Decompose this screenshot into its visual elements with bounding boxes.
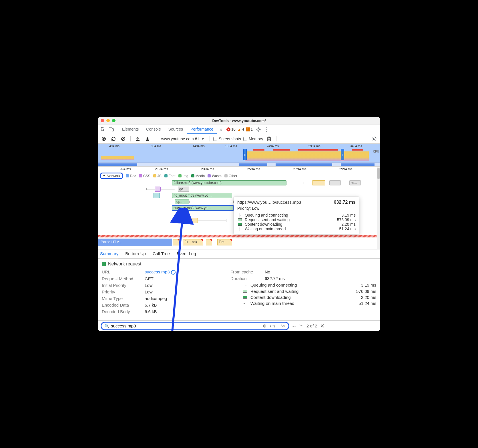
tab-performance[interactable]: Performance <box>187 125 217 134</box>
overview-timeline[interactable]: 494 ms 994 ms 1494 ms 1994 ms 2494 ms 29… <box>98 144 380 167</box>
collect-garbage-icon[interactable] <box>265 135 273 143</box>
info-count: 1 <box>251 127 253 131</box>
svg-rect-1 <box>109 128 112 130</box>
issues-badges[interactable]: ✕10 ▲4 !1 <box>226 127 253 132</box>
net-bar-success[interactable]: success.mp3 (www.yo… <box>172 205 234 211</box>
search-prev-icon[interactable]: ︿ <box>292 323 296 329</box>
tab-console[interactable]: Console <box>143 125 164 134</box>
search-close-icon[interactable]: ✕ <box>320 323 324 329</box>
screenshots-checkbox[interactable]: Screenshots <box>213 137 241 141</box>
main-block-firack[interactable]: Fir…ack <box>183 239 203 245</box>
svg-rect-2 <box>112 129 113 131</box>
download-icon[interactable] <box>144 135 151 143</box>
reload-icon[interactable] <box>110 135 117 143</box>
search-icon: 🔍 <box>104 324 109 328</box>
search-next-icon[interactable]: ﹀ <box>299 323 304 329</box>
dtab-call-tree[interactable]: Call Tree <box>153 249 170 258</box>
svg-point-5 <box>103 138 105 140</box>
case-toggle[interactable]: Aa <box>278 323 287 329</box>
recording-select[interactable]: www.youtube.com #1 <box>158 135 206 142</box>
tab-sources[interactable]: Sources <box>165 125 186 134</box>
overview-handle-left[interactable]: || <box>243 149 247 160</box>
search-count: 2 of 2 <box>306 323 317 328</box>
flame-scrollbar[interactable] <box>377 167 380 249</box>
record-icon[interactable] <box>100 135 107 143</box>
clear-icon[interactable] <box>120 135 127 143</box>
net-bar-failure[interactable]: failure.mp3 (www.youtube.com) <box>172 180 286 185</box>
titlebar: DevTools - www.youtube.com/ <box>98 117 380 125</box>
search-bar: 🔍 ⊗ (.*) Aa ︿ ﹀ 2 of 2 ✕ <box>98 320 380 331</box>
settings-icon[interactable] <box>255 126 262 133</box>
net-bar-op[interactable]: op… <box>175 199 189 204</box>
detail-tabs: Summary Bottom-Up Call Tree Event Log <box>98 249 380 259</box>
net-bar-desk[interactable]: desk… <box>181 218 198 223</box>
dtab-bottom-up[interactable]: Bottom-Up <box>125 249 146 258</box>
more-tabs-icon[interactable]: » <box>217 126 225 133</box>
inspect-icon[interactable] <box>99 126 107 133</box>
dtab-event-log[interactable]: Event Log <box>177 249 196 258</box>
reveal-icon[interactable] <box>171 270 176 275</box>
main-tabs: Elements Console Sources Performance » ✕… <box>98 125 380 134</box>
close-window-button[interactable] <box>101 119 104 122</box>
search-input-wrap: 🔍 ⊗ (.*) Aa <box>101 322 289 330</box>
devtools-window: DevTools - www.youtube.com/ Elements Con… <box>98 117 380 331</box>
net-bar-ge[interactable]: ge… <box>178 187 189 192</box>
performance-toolbar: www.youtube.com #1 Screenshots Memory <box>98 134 380 144</box>
clear-search-icon[interactable]: ⊗ <box>263 323 266 329</box>
network-section-toggle[interactable]: ▼Network <box>100 173 123 179</box>
minimize-window-button[interactable] <box>106 119 110 122</box>
summary-url-link[interactable]: success.mp3 <box>145 269 170 274</box>
maximize-window-button[interactable] <box>112 119 115 122</box>
network-tooltip: https://www.you…io/success.mp3 632.72 ms… <box>234 197 359 234</box>
net-bar-m[interactable]: m… <box>349 180 361 185</box>
net-bar-noinput[interactable]: no_input.mp3 (www.yo… <box>172 193 232 198</box>
svg-line-7 <box>122 137 125 140</box>
tab-elements[interactable]: Elements <box>119 125 142 134</box>
window-controls <box>101 119 115 122</box>
window-title: DevTools - www.youtube.com/ <box>98 119 380 123</box>
capture-settings-icon[interactable] <box>371 135 378 143</box>
main-block-tim[interactable]: Tim… <box>217 239 232 245</box>
error-count: 10 <box>231 127 235 131</box>
warning-count: 4 <box>242 127 244 131</box>
main-track-label[interactable]: Parse HTML <box>98 239 172 246</box>
svg-point-12 <box>373 138 375 140</box>
devices-icon[interactable] <box>107 126 115 133</box>
dtab-summary[interactable]: Summary <box>100 249 118 258</box>
summary-panel: Network request URLsuccess.mp3 Request M… <box>98 259 380 320</box>
regex-toggle[interactable]: (.*) <box>268 323 277 329</box>
search-input[interactable] <box>111 323 261 328</box>
kebab-icon[interactable]: ⋮ <box>263 126 270 133</box>
memory-checkbox[interactable]: Memory <box>243 137 263 141</box>
summary-swatch-icon <box>102 262 106 266</box>
flame-chart[interactable]: 1994 ms 2194 ms 2394 ms 2594 ms 2794 ms … <box>98 167 380 249</box>
overview-handle-right[interactable]: || <box>341 149 344 160</box>
svg-point-3 <box>258 129 260 130</box>
upload-icon[interactable] <box>134 135 142 143</box>
